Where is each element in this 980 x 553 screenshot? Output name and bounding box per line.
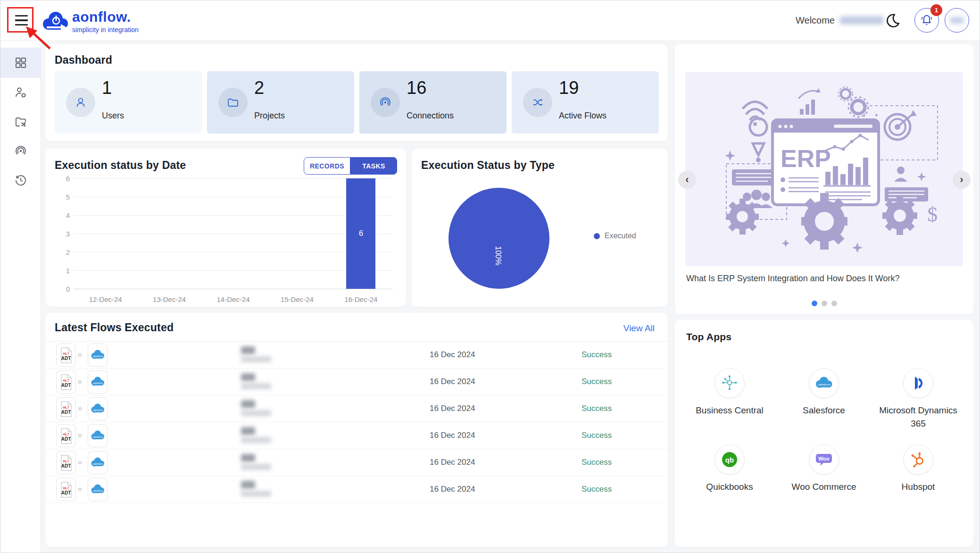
view-all-link[interactable]: View All bbox=[623, 323, 655, 334]
sidebar-item-projects[interactable] bbox=[0, 107, 41, 136]
app-label: Salesforce bbox=[779, 404, 869, 417]
app-item-hubspot[interactable]: Hubspot bbox=[871, 429, 965, 506]
flow-table-row[interactable]: HL7ADT » salesforce 16 Dec 2024 Success bbox=[45, 369, 668, 395]
svg-text:salesforce: salesforce bbox=[93, 355, 103, 357]
bar-16-dec[interactable]: 6 bbox=[346, 178, 375, 289]
bar-slot bbox=[201, 178, 265, 289]
flow-table-row[interactable]: HL7ADT » salesforce 16 Dec 2024 Success bbox=[45, 476, 668, 503]
moon-icon bbox=[885, 13, 900, 28]
sidebar-item-dashboard[interactable] bbox=[0, 48, 41, 78]
blog-carousel-card: ERP bbox=[675, 44, 973, 314]
flow-status-success: Success bbox=[581, 350, 612, 360]
quickbooks-icon: qb bbox=[714, 444, 745, 475]
source-app-chip: HL7ADT bbox=[56, 344, 76, 367]
pie-chart-title: Execution Status by Type bbox=[421, 159, 555, 172]
target-app-chip: salesforce bbox=[88, 370, 108, 394]
svg-text:ERP: ERP bbox=[781, 145, 831, 172]
flow-status-success: Success bbox=[581, 458, 612, 467]
svg-text:HL7: HL7 bbox=[63, 486, 69, 490]
source-app-chip: HL7ADT bbox=[56, 424, 76, 447]
app-item-microsoft-dynamics-365[interactable]: Microsoft Dynamics 365 bbox=[871, 353, 965, 429]
app-item-business-central[interactable]: Business Central bbox=[682, 353, 777, 429]
stat-card-active-flows[interactable]: 19 Active Flows bbox=[512, 71, 659, 134]
svg-text:ADT: ADT bbox=[61, 490, 71, 495]
y-tick: 2 bbox=[54, 248, 70, 256]
carousel-dot-3[interactable] bbox=[831, 301, 837, 306]
stat-label-users: Users bbox=[102, 111, 124, 121]
svg-text:ADT: ADT bbox=[61, 410, 71, 415]
flow-table-row[interactable]: HL7ADT » salesforce 16 Dec 2024 Success bbox=[45, 395, 668, 422]
svg-text:HL7: HL7 bbox=[63, 460, 69, 463]
flow-table-row[interactable]: HL7ADT » salesforce 16 Dec 2024 Success bbox=[45, 422, 668, 449]
execution-by-date-card: Execution status by Date RECORDS TASKS 6… bbox=[45, 149, 406, 307]
app-item-woo-commerce[interactable]: Woo Woo Commerce bbox=[777, 429, 871, 506]
stat-card-users[interactable]: 1 Users bbox=[55, 71, 202, 134]
flow-status-success: Success bbox=[581, 377, 612, 386]
flow-name-redacted bbox=[241, 346, 255, 354]
carousel-dot-2[interactable] bbox=[822, 301, 827, 306]
dynamics-365-icon bbox=[903, 368, 933, 398]
bar-slot bbox=[74, 178, 137, 289]
sidebar-item-history[interactable] bbox=[0, 166, 41, 195]
carousel-prev-button[interactable]: ‹ bbox=[678, 171, 696, 189]
target-app-chip: salesforce bbox=[88, 478, 108, 501]
records-toggle-button[interactable]: RECORDS bbox=[304, 157, 350, 175]
tasks-toggle-button[interactable]: TASKS bbox=[350, 157, 397, 175]
svg-text:HL7: HL7 bbox=[63, 352, 69, 355]
sidebar-item-connections[interactable] bbox=[0, 136, 41, 166]
svg-text:HL7: HL7 bbox=[63, 406, 69, 409]
bar-chart-title: Execution status by Date bbox=[55, 159, 186, 172]
folder-icon bbox=[218, 88, 248, 117]
pie-chart-executed-slice[interactable] bbox=[448, 188, 549, 289]
shuffle-icon bbox=[523, 88, 552, 117]
user-avatar[interactable] bbox=[945, 8, 969, 33]
svg-text:ADT: ADT bbox=[61, 383, 71, 388]
welcome-label: Welcome bbox=[796, 15, 835, 26]
aonflow-logo-icon bbox=[40, 9, 70, 34]
flow-date: 16 Dec 2024 bbox=[430, 431, 475, 440]
latest-flows-card: Latest Flows Executed View All HL7ADT » … bbox=[45, 313, 668, 547]
target-app-chip: salesforce bbox=[88, 451, 108, 474]
sidebar-item-users[interactable] bbox=[0, 78, 41, 107]
y-tick: 5 bbox=[54, 193, 70, 201]
svg-text:salesforce: salesforce bbox=[93, 436, 103, 438]
carousel-dot-1[interactable] bbox=[812, 301, 817, 306]
history-clock-icon bbox=[14, 174, 27, 187]
top-header: aonflow. simplicity in integration Welco… bbox=[0, 0, 980, 41]
legend-label-executed: Executed bbox=[605, 232, 636, 240]
broadcast-icon bbox=[14, 144, 27, 158]
app-screen: aonflow. simplicity in integration Welco… bbox=[0, 0, 980, 553]
flow-date: 16 Dec 2024 bbox=[430, 458, 475, 467]
svg-text:salesforce: salesforce bbox=[93, 462, 103, 465]
annotation-highlight-box bbox=[7, 7, 33, 33]
y-tick: 6 bbox=[54, 175, 70, 183]
broadcast-icon bbox=[371, 88, 400, 117]
erp-illustration: ERP bbox=[685, 72, 963, 266]
stat-card-projects[interactable]: 2 Projects bbox=[207, 71, 354, 134]
flow-table-row[interactable]: HL7ADT » salesforce 16 Dec 2024 Success bbox=[45, 449, 668, 476]
aonflow-logo-text: aonflow. simplicity in integration bbox=[72, 9, 139, 34]
app-item-quickbooks[interactable]: qb Quickbooks bbox=[682, 429, 777, 506]
stats-row: 1 Users 2 Projects bbox=[55, 71, 659, 134]
svg-text:HL7: HL7 bbox=[63, 433, 69, 436]
svg-text:salesforce: salesforce bbox=[93, 489, 103, 492]
stat-card-connections[interactable]: 16 Connections bbox=[359, 71, 507, 134]
flow-table-row[interactable]: HL7ADT » salesforce 16 Dec 2024 Success bbox=[45, 342, 668, 369]
dark-mode-toggle[interactable] bbox=[885, 13, 900, 28]
flow-date: 16 Dec 2024 bbox=[430, 350, 475, 360]
stat-value-users: 1 bbox=[102, 78, 112, 98]
app-item-salesforce[interactable]: salesforce Salesforce bbox=[777, 353, 871, 429]
svg-text:$: $ bbox=[927, 203, 938, 226]
x-tick: 15-Dec-24 bbox=[265, 292, 329, 303]
flow-name-redacted bbox=[241, 373, 255, 381]
app-label: Hubspot bbox=[873, 480, 963, 494]
logo-title: aonflow. bbox=[72, 9, 139, 25]
y-tick: 3 bbox=[54, 230, 70, 238]
flow-status-success: Success bbox=[581, 485, 612, 494]
flow-status-success: Success bbox=[581, 404, 612, 413]
stat-label-connections: Connections bbox=[407, 111, 454, 121]
stat-value-active-flows: 19 bbox=[559, 78, 579, 98]
carousel-next-button[interactable]: › bbox=[953, 171, 971, 189]
flow-name-redacted bbox=[241, 400, 255, 408]
stat-value-projects: 2 bbox=[254, 78, 264, 98]
